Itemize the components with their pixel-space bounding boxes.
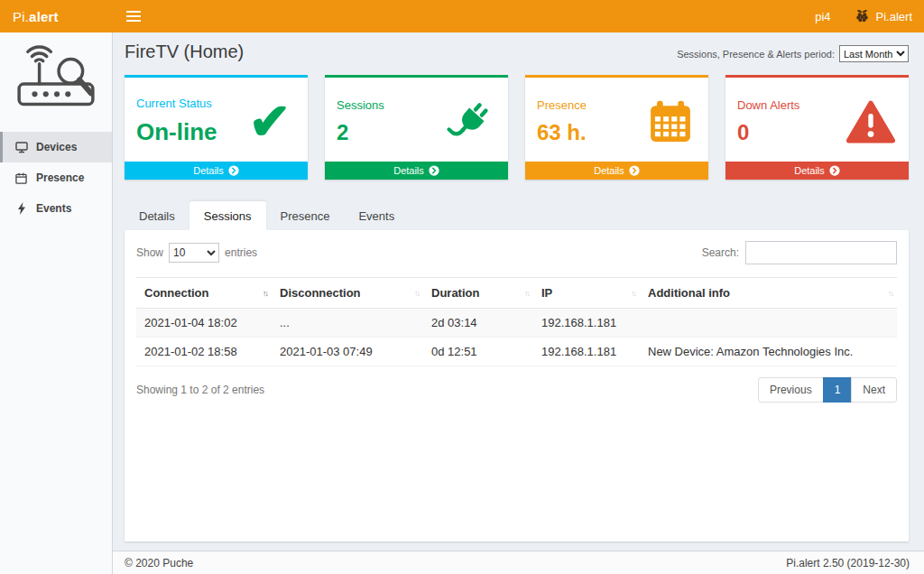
- hostname-label: pi4: [815, 10, 830, 23]
- tab-events[interactable]: Events: [344, 201, 409, 230]
- info-box-down-alerts: Down Alerts 0 Details: [725, 75, 909, 180]
- column-header-additional-info[interactable]: Additional info↑↓: [640, 278, 897, 309]
- info-box-label: Current Status: [136, 97, 243, 110]
- details-button-status[interactable]: Details: [125, 162, 308, 180]
- top-navbar: Pi.alert pi4 Pi.alert: [0, 0, 924, 32]
- period-select[interactable]: Last Month: [839, 45, 909, 62]
- next-page-button[interactable]: Next: [851, 377, 897, 403]
- check-icon: ✔: [243, 97, 297, 147]
- show-label: Show: [136, 246, 163, 259]
- search-input[interactable]: [745, 241, 897, 264]
- info-box-value: 0: [737, 120, 844, 145]
- table-row: 2021-01-02 18:58 2021-01-03 07:49 0d 12:…: [136, 338, 897, 366]
- info-box-sessions: Sessions 2: [325, 75, 508, 180]
- brand[interactable]: Pi.alert: [0, 0, 113, 32]
- sort-icon: ↑↓: [888, 289, 892, 298]
- cell-ip: 192.168.1.181: [533, 309, 640, 338]
- user-label: Pi.alert: [876, 10, 912, 23]
- presence-icon: [14, 172, 28, 184]
- cell-disconnection: 2021-01-03 07:49: [272, 338, 423, 366]
- brand-suffix: alert: [29, 9, 59, 24]
- table-search: Search:: [702, 241, 897, 264]
- info-box-presence: Presence 63 h.: [525, 75, 708, 180]
- cell-additional-info: New Device: Amazon Technologies Inc.: [640, 338, 897, 366]
- page-1-button[interactable]: 1: [823, 377, 853, 403]
- sidebar-menu: Devices Presence Events: [0, 132, 112, 224]
- column-header-duration[interactable]: Duration↑↓: [423, 278, 533, 309]
- tab-presence[interactable]: Presence: [266, 201, 345, 230]
- raspberry-icon: [855, 8, 870, 25]
- user-menu[interactable]: Pi.alert: [843, 0, 924, 32]
- info-box-value: 2: [337, 120, 443, 145]
- cell-duration: 2d 03:14: [423, 309, 533, 338]
- sidebar-item-label: Events: [36, 202, 71, 215]
- info-box-value: On-line: [136, 118, 243, 146]
- sidebar-item-devices[interactable]: Devices: [0, 132, 112, 162]
- previous-page-button[interactable]: Previous: [758, 377, 824, 403]
- sort-icon: ↑↓: [263, 289, 267, 298]
- sidebar-item-presence[interactable]: Presence: [0, 162, 112, 193]
- column-header-ip[interactable]: IP↑↓: [533, 278, 640, 309]
- navbar-right: pi4 Pi.alert: [803, 0, 924, 32]
- sessions-panel: Show 10 entries Search:: [125, 230, 909, 542]
- column-header-connection[interactable]: Connection↑↓: [136, 278, 272, 309]
- hostname-link[interactable]: pi4: [803, 0, 842, 32]
- sidebar-item-label: Devices: [36, 141, 77, 153]
- tab-details[interactable]: Details: [125, 201, 189, 230]
- tab-sessions[interactable]: Sessions: [189, 201, 266, 230]
- info-boxes-row: Current Status On-line ✔ Details Session…: [125, 75, 909, 180]
- cell-ip: 192.168.1.181: [533, 338, 640, 366]
- arrow-circle-icon: [429, 165, 439, 176]
- devices-icon: [14, 142, 28, 153]
- details-button-sessions[interactable]: Details: [325, 162, 508, 180]
- sessions-table: Connection↑↓ Disconnection↑↓ Duration↑↓ …: [136, 277, 897, 366]
- cell-duration: 0d 12:51: [423, 338, 533, 366]
- sidebar-toggle-button[interactable]: [113, 0, 154, 32]
- table-header-row: Connection↑↓ Disconnection↑↓ Duration↑↓ …: [136, 278, 897, 309]
- arrow-circle-icon: [228, 165, 239, 176]
- brand-prefix: Pi.: [13, 9, 29, 24]
- arrow-circle-icon: [629, 165, 640, 176]
- cell-connection: 2021-01-02 18:58: [136, 338, 272, 366]
- page-length-control: Show 10 entries: [136, 243, 257, 263]
- info-box-label: Presence: [537, 98, 643, 112]
- info-box-label: Down Alerts: [737, 98, 844, 112]
- page-length-select[interactable]: 10: [169, 243, 219, 263]
- details-button-down-alerts[interactable]: Details: [725, 162, 909, 180]
- content-area: FireTV (Home) Sessions, Presence & Alert…: [113, 32, 924, 551]
- sidebar: Devices Presence Events: [0, 32, 113, 574]
- app-logo: [0, 32, 112, 128]
- period-label: Sessions, Presence & Alerts period:: [677, 49, 835, 60]
- cell-connection: 2021-01-04 18:02: [136, 309, 272, 338]
- sort-icon: ↑↓: [631, 289, 635, 298]
- plug-icon: [443, 100, 497, 144]
- events-icon: [14, 202, 28, 215]
- info-box-label: Sessions: [337, 98, 443, 112]
- pagination: Previous 1 Next: [758, 377, 897, 403]
- sidebar-item-events[interactable]: Events: [0, 193, 112, 224]
- calendar-icon: [643, 99, 698, 144]
- period-selector: Sessions, Presence & Alerts period: Last…: [677, 45, 909, 62]
- info-box-value: 63 h.: [537, 120, 643, 145]
- page-title: FireTV (Home): [125, 42, 244, 62]
- cell-disconnection: ...: [272, 309, 423, 338]
- warning-icon: [844, 99, 898, 144]
- version-text: Pi.alert 2.50 (2019-12-30): [786, 557, 910, 569]
- copyright-text: © 2020 Puche: [125, 557, 193, 569]
- detail-tabs: Details Sessions Presence Events: [125, 201, 909, 230]
- sort-icon: ↑↓: [414, 289, 419, 298]
- search-label: Search:: [702, 246, 739, 259]
- hamburger-icon: [126, 11, 141, 13]
- arrow-circle-icon: [829, 165, 840, 176]
- column-header-disconnection[interactable]: Disconnection↑↓: [272, 278, 423, 309]
- table-row: 2021-01-04 18:02 ... 2d 03:14 192.168.1.…: [136, 309, 897, 338]
- table-summary: Showing 1 to 2 of 2 entries: [136, 384, 264, 396]
- info-box-current-status: Current Status On-line ✔ Details: [125, 75, 308, 180]
- entries-label: entries: [225, 246, 257, 259]
- page-footer: © 2020 Puche Pi.alert 2.50 (2019-12-30): [113, 551, 924, 574]
- sort-icon: ↑↓: [524, 289, 529, 298]
- sidebar-item-label: Presence: [36, 171, 84, 184]
- details-button-presence[interactable]: Details: [525, 162, 708, 180]
- cell-additional-info: [640, 309, 897, 338]
